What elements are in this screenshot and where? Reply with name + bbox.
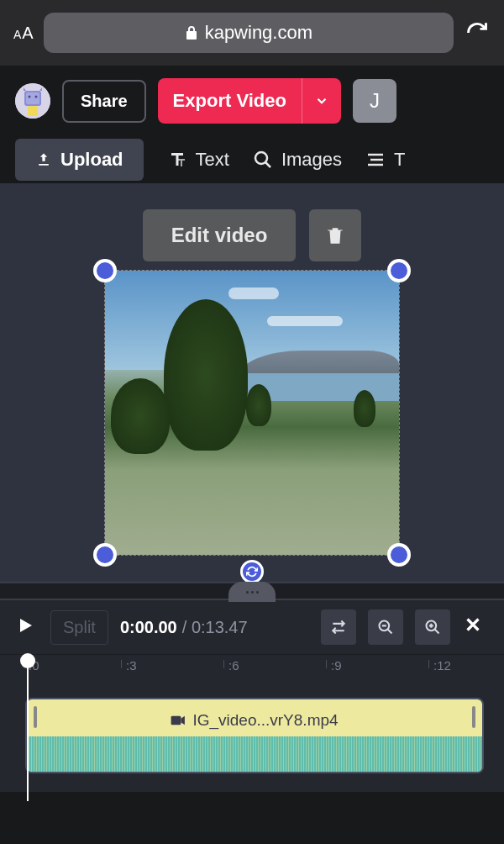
export-dropdown-button[interactable] [302, 78, 341, 124]
trash-icon [324, 224, 346, 246]
total-time: 0:13.47 [192, 618, 248, 636]
audio-waveform [27, 736, 482, 772]
playhead[interactable] [20, 653, 35, 668]
fit-button[interactable] [321, 609, 356, 645]
clip-track: IG_video...vrY8.mp4 [0, 683, 504, 792]
edit-toolbar: Edit video [143, 209, 362, 261]
current-time: 0:00.00 [120, 618, 177, 637]
secondary-toolbar: Upload Text Images T [0, 136, 504, 183]
lock-icon [185, 25, 198, 40]
url-bar[interactable]: kapwing.com [44, 13, 454, 53]
close-icon [462, 614, 484, 636]
upload-icon [35, 151, 52, 168]
resize-handle-bl[interactable] [93, 543, 117, 567]
canvas-area: Edit video [0, 183, 504, 582]
ruler-tick: :6 [228, 658, 239, 673]
svg-point-6 [255, 152, 267, 164]
zoom-out-icon [377, 619, 394, 636]
swap-icon [330, 619, 347, 636]
workspace-avatar[interactable] [15, 83, 50, 119]
resize-handle-tl[interactable] [93, 259, 117, 282]
refresh-button[interactable] [464, 19, 491, 46]
refresh-icon [465, 21, 489, 45]
user-badge[interactable]: J [353, 79, 396, 123]
resize-handle-br[interactable] [387, 543, 411, 567]
ruler-tick: :3 [126, 658, 137, 673]
panel-divider[interactable] [0, 582, 504, 600]
menu-icon [365, 150, 386, 170]
divider-handle[interactable] [228, 582, 276, 602]
video-preview [105, 271, 399, 555]
rotate-icon [246, 566, 258, 578]
timeline-ruler[interactable]: :0 :3 :6 :9 :12 [0, 654, 504, 683]
browser-chrome: AA kapwing.com [0, 0, 504, 66]
search-icon [253, 150, 273, 170]
text-tool[interactable]: Text [167, 149, 229, 171]
export-button[interactable]: Export Video [158, 78, 302, 124]
more-tool[interactable]: T [365, 149, 405, 171]
split-button[interactable]: Split [50, 610, 108, 645]
ruler-tick: :9 [331, 658, 342, 673]
close-timeline-button[interactable] [462, 614, 489, 641]
delete-button[interactable] [309, 209, 361, 261]
play-icon [15, 615, 35, 636]
clip-trim-right[interactable] [472, 706, 475, 728]
url-text: kapwing.com [205, 22, 312, 44]
svg-point-4 [35, 96, 38, 98]
rotate-handle[interactable] [240, 560, 264, 583]
images-tool[interactable]: Images [253, 149, 342, 171]
clip-label: IG_video...vrY8.mp4 [171, 711, 338, 730]
zoom-in-icon [424, 619, 441, 636]
ruler-tick: :12 [433, 658, 451, 673]
zoom-out-button[interactable] [368, 609, 403, 645]
svg-rect-2 [26, 92, 39, 104]
chevron-down-icon [314, 93, 329, 108]
video-clip[interactable]: IG_video...vrY8.mp4 [25, 698, 484, 773]
video-icon [171, 715, 186, 726]
svg-point-3 [29, 96, 31, 98]
clip-trim-left[interactable] [34, 706, 37, 728]
text-icon [167, 150, 187, 170]
time-display: 0:00.00 / 0:13.47 [120, 618, 248, 637]
svg-rect-5 [28, 106, 38, 116]
resize-handle-tr[interactable] [387, 259, 411, 282]
top-toolbar: Share Export Video J [0, 66, 504, 136]
share-button[interactable]: Share [62, 80, 146, 123]
video-frame[interactable] [104, 270, 400, 556]
text-size-button[interactable]: AA [13, 24, 34, 43]
upload-button[interactable]: Upload [15, 139, 144, 181]
zoom-in-button[interactable] [415, 609, 450, 645]
svg-rect-9 [171, 716, 181, 725]
timeline-controls: Split 0:00.00 / 0:13.47 [0, 600, 504, 654]
play-button[interactable] [15, 615, 39, 639]
edit-video-button[interactable]: Edit video [143, 209, 297, 261]
